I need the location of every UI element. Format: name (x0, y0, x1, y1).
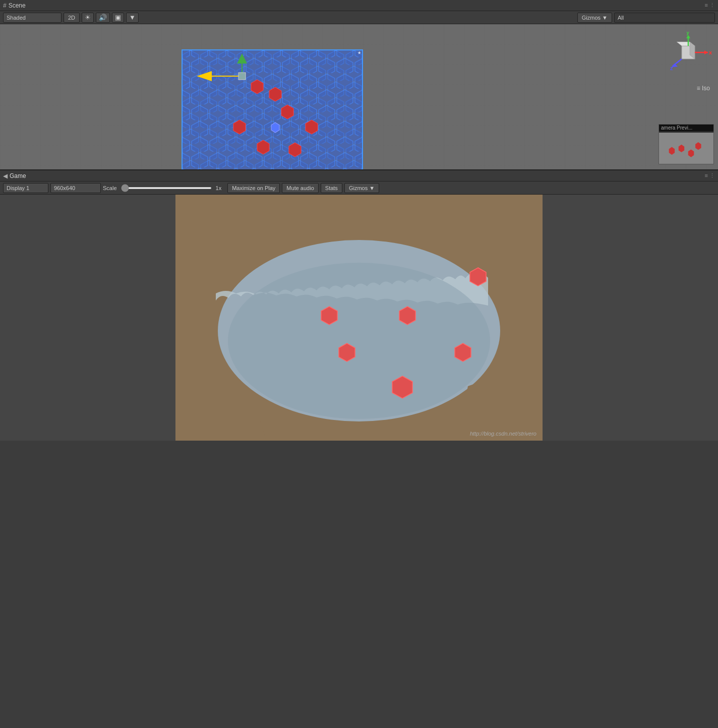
scale-value: 1x (216, 185, 222, 191)
game-panel-header: ◀ Game ≡ ⋮ (0, 170, 718, 181)
camera-preview-label: amera Previ... (659, 125, 713, 131)
display-dropdown[interactable]: Display 1 Display 2 (3, 183, 48, 193)
iso-label: ≡ Iso (697, 85, 710, 92)
sun-icon-button[interactable]: ☀ (82, 13, 94, 23)
scene-panel-title: Scene (9, 2, 705, 9)
game-panel: ◀ Game ≡ ⋮ Display 1 Display 2 960x640 1… (0, 169, 718, 441)
scene-panel-header: # Scene ≡ ⋮ (0, 0, 718, 11)
game-toolbar: Display 1 Display 2 960x640 1280x720 192… (0, 181, 718, 195)
2d-button[interactable]: 2D (64, 13, 80, 23)
game-gizmos-button[interactable]: Gizmos ▼ (344, 183, 379, 193)
game-panel-title: Game (10, 172, 26, 179)
gizmos-button[interactable]: Gizmos ▼ (577, 13, 612, 23)
audio-icon-button[interactable]: 🔊 (96, 13, 110, 23)
svg-point-39 (228, 263, 490, 419)
svg-marker-17 (237, 53, 247, 64)
scale-label: Scale (103, 185, 117, 191)
game-canvas: http://blog.csdn.net/strivero (175, 195, 543, 441)
svg-marker-26 (686, 35, 690, 38)
scene-hash-icon: # (3, 2, 7, 9)
svg-rect-32 (660, 133, 713, 164)
resolution-dropdown[interactable]: 960x640 1280x720 1920x1080 (50, 183, 101, 193)
game-panel-options-icon[interactable]: ≡ ⋮ (705, 172, 715, 179)
game-controller-icon: ◀ (3, 172, 8, 179)
svg-rect-19 (238, 73, 246, 80)
svg-text:y: y (686, 32, 690, 35)
svg-text:*: * (358, 50, 361, 58)
maximize-on-play-button[interactable]: Maximize on Play (227, 183, 280, 193)
svg-marker-15 (197, 71, 212, 81)
stats-button[interactable]: Stats (321, 183, 342, 193)
scale-slider[interactable] (121, 187, 212, 189)
scene-viewport: * (0, 24, 718, 169)
gizmos-label: Gizmos (582, 15, 601, 21)
scene-panel: # Scene ≡ ⋮ Shaded Wireframe Shaded Wire… (0, 0, 718, 169)
scene-toolbar: Shaded Wireframe Shaded Wireframe 2D ☀ 🔊… (0, 11, 718, 24)
svg-marker-12 (271, 123, 279, 133)
shading-dropdown[interactable]: Shaded Wireframe Shaded Wireframe (3, 13, 62, 23)
camera-preview: amera Previ... (659, 124, 714, 164)
camera-preview-content (659, 133, 713, 164)
svg-text:z: z (670, 65, 673, 71)
transform-gizmo[interactable] (182, 48, 282, 99)
scene-search-input[interactable] (614, 13, 715, 23)
axis-gizmo[interactable]: x y z (668, 32, 713, 77)
effects-icon-button[interactable]: ▣ (112, 13, 124, 23)
svg-text:x: x (709, 49, 712, 55)
gizmos-arrow: ▼ (602, 15, 608, 21)
watermark: http://blog.csdn.net/strivero (470, 431, 536, 437)
game-viewport: http://blog.csdn.net/strivero (0, 195, 718, 441)
mute-audio-button[interactable]: Mute audio (282, 183, 318, 193)
game-gizmos-label: Gizmos (349, 185, 368, 191)
effects-arrow-button[interactable]: ▼ (126, 13, 139, 23)
game-gizmos-arrow: ▼ (369, 185, 375, 191)
scene-panel-options-icon[interactable]: ≡ ⋮ (705, 2, 715, 9)
svg-marker-24 (704, 50, 708, 54)
